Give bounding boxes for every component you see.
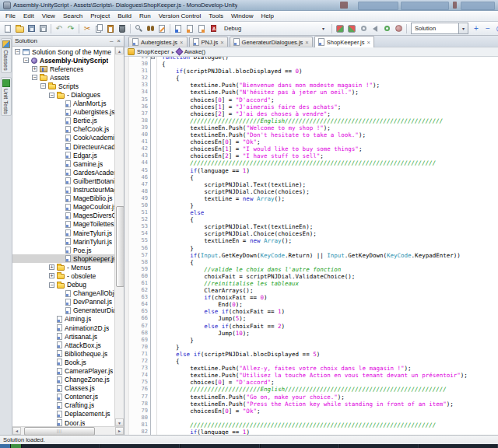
save-icon[interactable]	[26, 23, 37, 34]
navigate-back-icon[interactable]	[184, 23, 195, 34]
close-tab-icon[interactable]: ×	[367, 40, 370, 45]
tree-item-magetoilettes-js[interactable]: MageToilettes.js	[12, 220, 114, 229]
tab-aubergistes-js[interactable]: Aubergistes.js×	[128, 37, 188, 47]
console-icon[interactable]	[370, 23, 381, 34]
tree-item-cookacademie-js[interactable]: CookAcademie.js	[12, 134, 114, 142]
code-line[interactable]: 38 ////////////////////English//////////…	[124, 117, 498, 124]
zoom-in-icon[interactable]: +	[471, 23, 482, 34]
code-line[interactable]: 49 textLine = new Array();	[124, 195, 498, 202]
code-line[interactable]: 32 {	[124, 75, 498, 82]
chevron-down-icon[interactable]: ▾	[319, 23, 328, 33]
expand-icon[interactable]: +	[49, 264, 54, 270]
tree-item-book-js[interactable]: Book.js	[12, 358, 114, 366]
dock-tab-classes[interactable]: Classes	[1, 38, 12, 73]
code-line[interactable]: 81 /////////////////////////////////////…	[124, 422, 498, 429]
tree-item-changeallobjects-js[interactable]: ChangeAllObjects.js	[12, 289, 114, 298]
menu-edit[interactable]: Edit	[19, 12, 38, 20]
attach-debugger-icon[interactable]	[358, 23, 369, 34]
code-line[interactable]: 82 if(language == 1)	[124, 429, 498, 435]
chevron-down-icon[interactable]: ▾	[459, 23, 468, 34]
tree-item-assembly-unityscript[interactable]: −Assembly-UnityScript	[12, 56, 114, 65]
debug-configuration-combo[interactable]: Debug▾	[221, 23, 328, 33]
tree-item-edgar-js[interactable]: Edgar.js	[12, 151, 114, 159]
tree-item-generateurdialogues-js[interactable]: GenerateurDialogues.js	[12, 306, 114, 315]
debug-configuration-combo-value[interactable]: Debug	[221, 23, 319, 33]
copy-icon[interactable]	[93, 23, 104, 34]
code-line[interactable]: 74 textLine.Push("Utilisez la touche Act…	[124, 372, 498, 379]
code-line[interactable]: 57 if(Input.GetKeyDown(KeyCode.Return) |…	[124, 252, 498, 259]
tree-item-animation2d-js[interactable]: Animation2D.js	[12, 324, 114, 332]
tab-pnj-js[interactable]: PNJ.js×	[189, 37, 228, 47]
tree-item-chefcook-js[interactable]: ChefCook.js	[12, 125, 114, 134]
menu-help[interactable]: Help	[257, 12, 277, 20]
code-line[interactable]: 69 }	[124, 337, 498, 344]
tree-item-guilbertbotaniste-js[interactable]: GuilbertBotaniste.js	[12, 177, 114, 185]
collapse-icon[interactable]: −	[49, 93, 54, 98]
fold-collapse-icon[interactable]: −	[151, 57, 155, 59]
cut-icon[interactable]: ✂	[82, 23, 93, 34]
close-tab-icon[interactable]: ×	[180, 40, 183, 45]
code-line[interactable]: 39 textLineEn.Push("Welcome to my shop !…	[124, 124, 498, 131]
menu-search[interactable]: Search	[59, 12, 86, 20]
tree-item-gardesacademie-js[interactable]: GardesAcademie.js	[12, 168, 114, 177]
code-line[interactable]: 72 {	[124, 358, 498, 365]
code-line[interactable]: 71 else if(scriptPNJDial.blocDisplayed =…	[124, 351, 498, 358]
tree-item-shopkeeper-js[interactable]: ShopKeeper.js	[12, 254, 114, 263]
tree-item-menus[interactable]: +- Menus	[12, 263, 114, 271]
code-line[interactable]: 31 if(scriptPNJDial.blocDisplayed == 0)	[124, 68, 498, 75]
code-line[interactable]: 54 scriptPNJDial.Choice(choicesEn);	[124, 230, 498, 237]
tree-item-solution-song-of-the-myme[interactable]: −Solution Song of the Myme	[12, 47, 114, 56]
tab-generateurdialogues-js[interactable]: GenerateurDialogues.js×	[230, 37, 313, 47]
tree-item-instructeurmage-js[interactable]: InstructeurMage.js	[12, 186, 114, 194]
code-line[interactable]: 73 textLine.Push("Allez-y, faites votre …	[124, 365, 498, 372]
menu-window[interactable]: Window	[227, 12, 257, 20]
code-line[interactable]: 78 textLineEn.Push("Press the Action key…	[124, 401, 498, 408]
menu-run[interactable]: Run	[135, 12, 155, 20]
code-line[interactable]: 70 }	[124, 344, 498, 351]
close-tab-icon[interactable]: ×	[220, 40, 223, 45]
menu-project[interactable]: Project	[86, 12, 114, 20]
code-line[interactable]: 68 Jump(10);	[124, 330, 498, 337]
stop-icon[interactable]	[393, 23, 404, 34]
tree-item-magebiblio-js[interactable]: MageBiblio.js	[12, 194, 114, 203]
expand-icon[interactable]: +	[32, 66, 37, 72]
code-line[interactable]: 30{	[124, 61, 498, 68]
tree-item-bertie-js[interactable]: Bertie.js	[12, 117, 114, 125]
code-line[interactable]: 33 textLine.Push("Bienvenue dans mon mod…	[124, 82, 498, 89]
vertical-scrollbar-thumb[interactable]	[116, 206, 124, 287]
close-panel-icon[interactable]: ×	[116, 38, 121, 44]
menu-file[interactable]: File	[2, 12, 19, 20]
tree-item-mairetyluri-js[interactable]: MaireTyluri.js	[12, 229, 114, 237]
code-line[interactable]: 67 else if(choixFait == 2)	[124, 323, 498, 330]
delete-icon[interactable]	[117, 23, 128, 34]
tree-item-attackbox-js[interactable]: AttackBox.js	[12, 341, 114, 349]
code-line[interactable]: 37 choices[2] = "J'ai des choses à vendr…	[124, 110, 498, 117]
save-all-icon[interactable]	[37, 23, 48, 34]
expand-icon[interactable]: +	[49, 273, 54, 278]
scroll-up-icon[interactable]: ▲	[115, 47, 124, 54]
search-scope-combo-value[interactable]: Solution	[411, 23, 459, 34]
go-to-definition-icon[interactable]	[173, 23, 184, 34]
code-editor[interactable]: 29−function Dialogue()30{31 if(scriptPNJ…	[124, 57, 498, 435]
tree-item-bibliotheque-js[interactable]: Bibliotheque.js	[12, 349, 114, 358]
tree-item-alanmort-js[interactable]: AlanMort.js	[12, 100, 114, 108]
tree-item-magesdiversgrandesalle-js[interactable]: MagesDiversGrandeSalle.js	[12, 212, 114, 220]
code-line[interactable]: 36 choices[1] = "J'aimerais faire des ac…	[124, 103, 498, 110]
code-line[interactable]: 53 scriptPNJDial.Text(textLineEn);	[124, 223, 498, 230]
code-line[interactable]: 48 scriptPNJDial.Choice(choices);	[124, 188, 498, 195]
locate-icon[interactable]: ◎	[494, 23, 498, 34]
tree-item-devpannel-js[interactable]: DevPannel.js	[12, 298, 114, 306]
breadcrumb-class[interactable]: ShopKeeper	[137, 48, 170, 55]
code-line[interactable]: 41 choicesEn[0] = "Ok";	[124, 138, 498, 145]
code-line[interactable]: 60 choixFait = scriptPNJDial.ValidateCho…	[124, 273, 498, 280]
tree-item-poe-js[interactable]: Poe.js	[12, 246, 114, 254]
breadcrumb-method[interactable]: Awake()	[184, 48, 205, 55]
zoom-out-icon[interactable]: −	[482, 23, 493, 34]
code-line[interactable]: 43 choicesEn[2] = "I have stuff to sell"…	[124, 152, 498, 159]
code-line[interactable]: 66 Jump(5);	[124, 315, 498, 322]
close-tab-icon[interactable]: ×	[305, 40, 308, 45]
undo-icon[interactable]: ↶	[54, 23, 65, 34]
collapse-icon[interactable]: −	[40, 83, 46, 89]
code-line[interactable]: 35 choices[0] = "D'accord";	[124, 96, 498, 103]
code-line[interactable]: 65 else if(choixFait == 1)	[124, 308, 498, 315]
